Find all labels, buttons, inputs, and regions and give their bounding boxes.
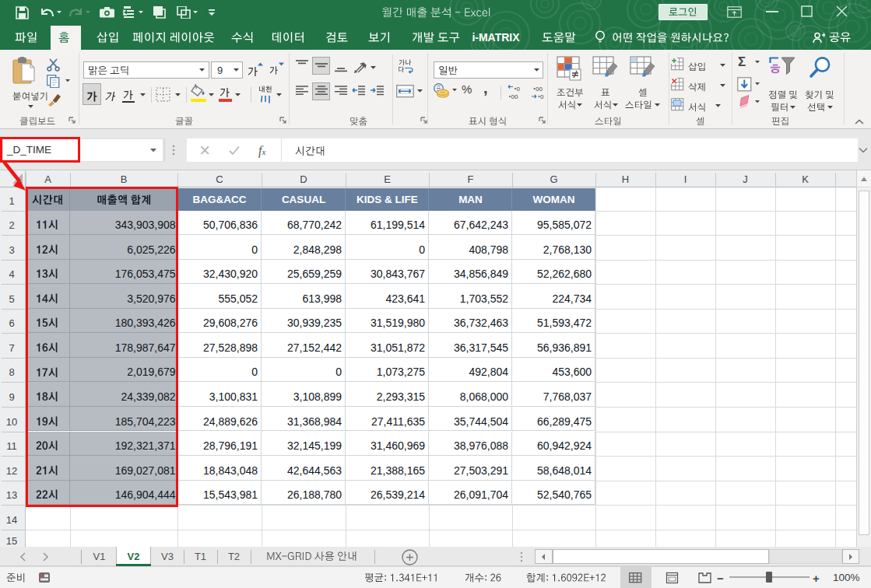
svg-text:00: 00 xyxy=(511,93,518,100)
svg-text:00: 00 xyxy=(536,86,543,93)
svg-text:0: 0 xyxy=(517,86,521,93)
svg-text:0: 0 xyxy=(540,93,544,100)
